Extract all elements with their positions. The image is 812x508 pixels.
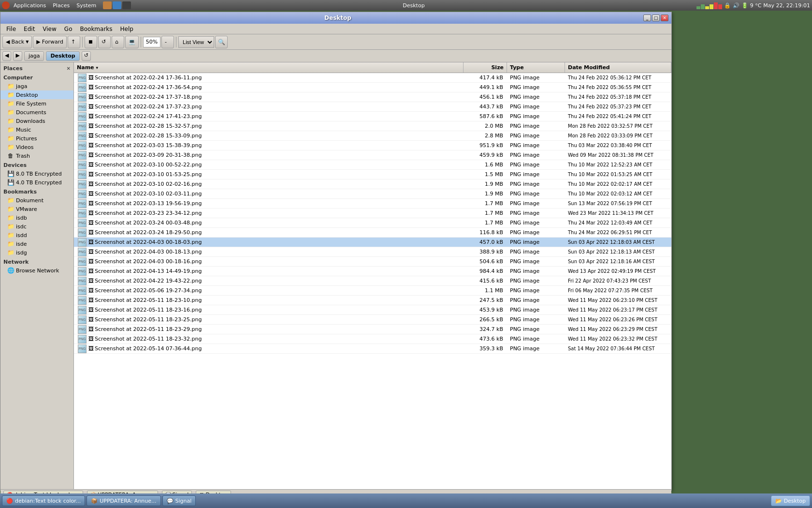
up-button[interactable]: ↑ (68, 36, 80, 48)
taskbar-item-update[interactable]: 📦 UPPDATERA: Annue... (87, 495, 160, 506)
table-row[interactable]: PNG🖼Screenshot at 2022-03-10 02-02-16.pn… (74, 179, 671, 189)
table-row[interactable]: PNG🖼Screenshot at 2022-05-11 18-23-25.pn… (74, 315, 671, 325)
places-menu[interactable]: Places (50, 2, 72, 9)
minimize-button[interactable]: _ (643, 15, 651, 21)
file-size-cell: 415.6 kB (464, 277, 507, 284)
reload-button[interactable]: ↺ (98, 36, 111, 48)
table-row[interactable]: PNG🖼Screenshot at 2022-05-06 19-27-34.pn… (74, 286, 671, 296)
table-row[interactable]: PNG🖼Screenshot at 2022-02-24 17-37-23.pn… (74, 102, 671, 112)
taskbar-item-debian[interactable]: 🔴 debian:Text block color... (2, 495, 85, 506)
column-type-header[interactable]: Type (507, 62, 565, 73)
sidebar-item-disk2[interactable]: 💾 4.0 TB Encrypted (0, 178, 73, 187)
table-row[interactable]: PNG🖼Screenshot at 2022-02-24 17-36-54.pn… (74, 83, 671, 92)
table-row[interactable]: PNG🖼Screenshot at 2022-05-14 07-36-44.pn… (74, 344, 671, 354)
sidebar-item-documents[interactable]: 📁 Documents (0, 108, 73, 117)
file-name-cell: PNG🖼Screenshot at 2022-04-03 00-18-16.pn… (74, 257, 464, 267)
file-date-cell: Thu 10 Mar 2022 12:52:23 AM CET (565, 162, 671, 168)
table-row[interactable]: PNG🖼Screenshot at 2022-03-24 00-03-48.pn… (74, 218, 671, 228)
table-row[interactable]: PNG🖼Screenshot at 2022-04-13 14-49-19.pn… (74, 267, 671, 276)
table-row[interactable]: PNG🖼Screenshot at 2022-02-24 17-36-11.pn… (74, 73, 671, 83)
file-type-cell: PNG image (507, 306, 565, 314)
table-row[interactable]: PNG🖼Screenshot at 2022-03-03 15-38-39.pn… (74, 141, 671, 150)
table-row[interactable]: PNG🖼Screenshot at 2022-04-03 00-18-13.pn… (74, 247, 671, 257)
volume-icon[interactable]: 🔊 (733, 2, 740, 9)
zoom-out-button[interactable]: - (161, 36, 174, 48)
bookmarks-menu[interactable]: Bookmarks (76, 25, 116, 33)
file-menu[interactable]: File (2, 25, 20, 33)
table-row[interactable]: PNG🖼Screenshot at 2022-05-11 18-23-29.pn… (74, 325, 671, 334)
maximize-button[interactable]: □ (652, 15, 660, 21)
stop-button[interactable]: ⏹ (85, 36, 97, 48)
table-row[interactable]: PNG🖼Screenshot at 2022-05-11 18-23-32.pn… (74, 334, 671, 344)
taskbar-item-desktop[interactable]: 📂 Desktop (771, 495, 810, 506)
search-button[interactable]: 🔍 (215, 36, 228, 48)
sidebar-title: Places (3, 65, 23, 72)
view-menu[interactable]: View (39, 25, 60, 33)
sidebar-item-vmware[interactable]: 📁 VMware (0, 205, 73, 213)
go-menu[interactable]: Go (60, 25, 76, 33)
extra-icon-3[interactable] (122, 1, 131, 9)
table-row[interactable]: PNG🖼Screenshot at 2022-03-13 19-56-19.pn… (74, 199, 671, 209)
table-row[interactable]: PNG🖼Screenshot at 2022-05-11 18-23-10.pn… (74, 296, 671, 305)
extra-icon-1[interactable] (103, 1, 112, 9)
table-row[interactable]: PNG🖼Screenshot at 2022-02-28 15-33-09.pn… (74, 131, 671, 141)
table-row[interactable]: PNG🖼Screenshot at 2022-03-23 23-34-12.pn… (74, 209, 671, 218)
sidebar-item-jaga[interactable]: 📁 jaga (0, 82, 73, 90)
extra-icon-2[interactable] (113, 1, 121, 9)
close-button[interactable]: ✕ (661, 15, 668, 21)
sidebar-item-videos[interactable]: 📁 Videos (0, 143, 73, 151)
breadcrumb-nav-next[interactable]: ▶ (13, 51, 22, 61)
sidebar-item-isdc[interactable]: 📁 isdc (0, 222, 73, 231)
breadcrumb-jaga[interactable]: jaga (24, 51, 44, 61)
table-row[interactable]: PNG🖼Screenshot at 2022-05-11 18-23-16.pn… (74, 305, 671, 315)
table-row[interactable]: PNG🖼Screenshot at 2022-02-24 17-41-23.pn… (74, 112, 671, 121)
file-list-scroll[interactable]: PNG🖼Screenshot at 2022-02-24 17-36-11.pn… (74, 73, 671, 489)
table-row[interactable]: PNG🖼Screenshot at 2022-03-24 18-29-50.pn… (74, 228, 671, 238)
sidebar-item-downloads[interactable]: 📁 Downloads (0, 117, 73, 125)
breadcrumb-desktop[interactable]: Desktop (46, 51, 79, 61)
sidebar-item-disk1[interactable]: 💾 8.0 TB Encrypted (0, 169, 73, 178)
table-row[interactable]: PNG🖼Screenshot at 2022-03-10 02-03-11.pn… (74, 189, 671, 199)
view-mode-select[interactable]: List View (178, 36, 214, 48)
table-row[interactable]: PNG🖼Screenshot at 2022-03-09 20-31-38.pn… (74, 150, 671, 160)
column-size-header[interactable]: Size (464, 62, 507, 73)
window-titlebar[interactable]: Desktop _ □ ✕ (0, 12, 671, 24)
breadcrumb-nav-prev[interactable]: ◀ (2, 51, 11, 61)
table-row[interactable]: PNG🖼Screenshot at 2022-04-22 19-43-22.pn… (74, 276, 671, 286)
table-row[interactable]: PNG🖼Screenshot at 2022-03-10 00-52-22.pn… (74, 160, 671, 170)
help-menu[interactable]: Help (116, 25, 137, 33)
edit-menu[interactable]: Edit (20, 25, 39, 33)
file-name-text: Screenshot at 2022-03-09 20-31-38.png (95, 152, 202, 158)
back-button[interactable]: ◀ Back ▼ (2, 36, 32, 48)
system-menu[interactable]: System (73, 2, 99, 9)
column-date-header[interactable]: Date Modified (565, 62, 671, 73)
back-dropdown-icon[interactable]: ▼ (26, 40, 29, 44)
breadcrumb-reload-btn[interactable]: ↺ (82, 51, 91, 61)
table-row[interactable]: PNG🖼Screenshot at 2022-02-28 15-32-57.pn… (74, 121, 671, 131)
table-row[interactable]: PNG🖼Screenshot at 2022-04-03 00-18-16.pn… (74, 257, 671, 267)
sidebar-item-isdg[interactable]: 📁 isdg (0, 248, 73, 257)
sidebar-toggle[interactable]: ✕ (67, 66, 71, 71)
column-name-header[interactable]: Name ▾ (74, 62, 464, 73)
file-icon: 🖼 (88, 84, 94, 90)
sidebar-item-trash[interactable]: 🗑 Trash (0, 151, 73, 160)
sidebar-item-pictures[interactable]: 📁 Pictures (0, 134, 73, 143)
sidebar-item-isdd[interactable]: 📁 isdd (0, 231, 73, 239)
sidebar-item-browse-network[interactable]: 🌐 Browse Network (0, 266, 73, 275)
home-button[interactable]: ⌂ (112, 36, 124, 48)
sidebar-item-desktop[interactable]: 📁 Desktop (0, 90, 73, 99)
sidebar-item-isde[interactable]: 📁 isde (0, 239, 73, 248)
sidebar-item-dokument[interactable]: 📁 Dokument (0, 196, 73, 205)
applications-menu[interactable]: Applications (11, 2, 49, 9)
network-icon: 🌐 (7, 267, 14, 274)
sidebar-item-filesystem[interactable]: 📁 File System (0, 99, 73, 108)
table-row[interactable]: PNG🖼Screenshot at 2022-04-03 00-18-03.pn… (74, 238, 671, 247)
table-row[interactable]: PNG🖼Screenshot at 2022-02-24 17-37-18.pn… (74, 92, 671, 102)
sidebar-item-music[interactable]: 📁 Music (0, 125, 73, 134)
sidebar-item-isdb[interactable]: 📁 isdb (0, 213, 73, 222)
forward-button[interactable]: ▶ Forward (33, 36, 67, 48)
network-indicator (696, 1, 722, 9)
table-row[interactable]: PNG🖼Screenshot at 2022-03-10 01-53-25.pn… (74, 170, 671, 179)
taskbar-item-signal[interactable]: 💬 Signal (162, 495, 196, 506)
computer-button[interactable]: 💻 (125, 36, 139, 48)
